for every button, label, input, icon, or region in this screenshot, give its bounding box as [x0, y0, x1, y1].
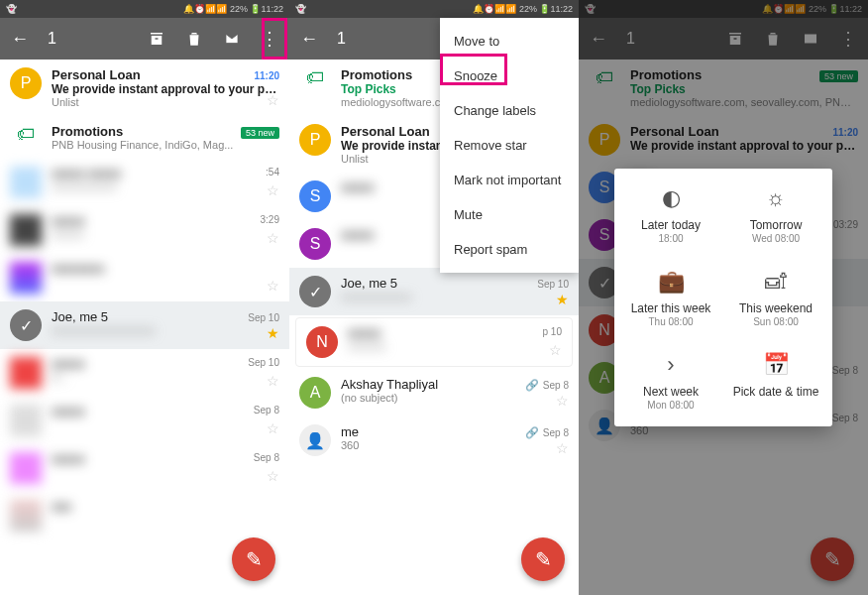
star-icon[interactable]: ★	[267, 325, 279, 341]
pencil-icon: ✎	[246, 547, 263, 571]
star-icon[interactable]: ☆	[267, 182, 279, 198]
next-icon: ›	[618, 351, 723, 379]
snooze-dialog: ◐ Later today 18:00 ☼ Tomorrow Wed 08:00…	[614, 169, 832, 426]
email-row-blurred[interactable]: xxxxx Sep 8 ☆	[0, 397, 289, 444]
back-icon[interactable]: ←	[299, 29, 319, 49]
attachment-icon: 🔗	[525, 426, 539, 438]
star-icon[interactable]: ☆	[267, 278, 279, 294]
email-row-blurred[interactable]: xxxxx xxxxxxxxxxxxxxxxx :54 ☆	[0, 159, 289, 206]
email-list[interactable]: P Personal Loan11:20 We provide instant …	[0, 60, 289, 539]
mark-read-icon[interactable]	[222, 29, 242, 49]
promotions-tag-icon: 🏷	[10, 124, 42, 151]
time: 11:20	[254, 70, 279, 81]
selection-count: 1	[337, 30, 346, 48]
label: Promotions	[52, 124, 123, 139]
email-row-blurred[interactable]: xxx	[0, 492, 289, 539]
star-icon[interactable]: ☆	[267, 373, 279, 389]
screen-1: 👻 🔔⏰📶📶 22% 🔋11:22 ← 1 ⋮ P Personal Loan1…	[0, 0, 289, 595]
email-row-blurred[interactable]: N xxxxxxxxxxxx p 10 ☆	[295, 317, 573, 367]
menu-move-to[interactable]: Move to	[440, 24, 579, 59]
email-row-akshay[interactable]: A Akshay Thapliyal🔗Sep 8 (no subject) ☆	[289, 369, 579, 416]
menu-mute[interactable]: Mute	[440, 197, 579, 232]
email-row-selected[interactable]: ✓ Joe, me 5Sep 10 xxxxxxxxxxxxxxxxxxx ★	[0, 301, 289, 349]
time: 3:29	[261, 214, 279, 225]
snooze-tomorrow[interactable]: ☼ Tomorrow Wed 08:00	[723, 184, 828, 244]
menu-snooze[interactable]: Snooze	[440, 59, 579, 93]
email-row-blurred[interactable]: xxxxx Sep 8 ☆	[0, 444, 289, 492]
snooze-later-today[interactable]: ◐ Later today 18:00	[618, 184, 723, 244]
status-bar: 👻 🔔⏰📶📶 22% 🔋11:22	[289, 0, 579, 18]
promotions-tag-icon: 🏷	[299, 67, 331, 108]
time: Sep 8	[254, 405, 279, 416]
selection-toolbar: ← 1 ⋮	[0, 18, 289, 60]
selected-check-icon: ✓	[10, 309, 42, 341]
selected-check-icon: ✓	[299, 276, 331, 307]
email-row-blurred[interactable]: xxxxxxxxxxx 3:29 ☆	[0, 206, 289, 254]
email-row-promotions[interactable]: 🏷 Promotions53 new PNB Housing Finance, …	[0, 116, 289, 159]
couch-icon: 🛋	[723, 268, 828, 296]
badge: 53 new	[241, 127, 279, 139]
snooze-this-weekend[interactable]: 🛋 This weekend Sun 08:00	[723, 268, 828, 327]
sun-icon: ☼	[723, 184, 828, 212]
star-icon[interactable]: ☆	[267, 420, 279, 436]
menu-remove-star[interactable]: Remove star	[440, 128, 579, 163]
status-icons: 🔔⏰📶📶 22% 🔋11:22	[183, 4, 283, 14]
star-icon[interactable]: ☆	[267, 92, 279, 108]
screen-2: 👻 🔔⏰📶📶 22% 🔋11:22 ← 1 🏷 Promotions Top P…	[289, 0, 579, 595]
snooze-pick-date[interactable]: 📅 Pick date & time	[723, 351, 828, 411]
compose-fab[interactable]: ✎	[521, 537, 565, 581]
email-row-me[interactable]: 👤 me🔗Sep 8 360 ☆	[289, 416, 579, 464]
status-bar: 👻 🔔⏰📶📶 22% 🔋11:22	[0, 0, 289, 18]
screen-3: 👻 🔔⏰📶📶 22% 🔋11:22 ← 1 ⋮ 🏷 Promotions53 n…	[579, 0, 868, 595]
half-sun-icon: ◐	[618, 184, 723, 212]
attachment-icon: 🔗	[525, 379, 539, 391]
sender: Personal Loan	[52, 67, 141, 82]
email-row-blurred[interactable]: xxxxxxxx ☆	[0, 254, 289, 301]
snooze-later-this-week[interactable]: 💼 Later this week Thu 08:00	[618, 268, 723, 327]
back-icon[interactable]: ←	[10, 29, 30, 49]
menu-report-spam[interactable]: Report spam	[440, 232, 579, 267]
time: Sep 8	[254, 452, 279, 463]
compose-fab[interactable]: ✎	[232, 537, 275, 581]
menu-change-labels[interactable]: Change labels	[440, 93, 579, 128]
email-row-personal-loan[interactable]: P Personal Loan11:20 We provide instant …	[0, 60, 289, 116]
archive-icon[interactable]	[147, 29, 166, 49]
time: Sep 10	[248, 312, 279, 323]
preview: Unlist	[52, 96, 279, 108]
notif-icon: 👻	[6, 4, 17, 14]
selection-count: 1	[48, 30, 56, 48]
preview: PNB Housing Finance, IndiGo, Mag...	[52, 139, 279, 151]
star-icon[interactable]: ☆	[267, 230, 279, 246]
menu-mark-not-important[interactable]: Mark not important	[440, 163, 579, 197]
snooze-next-week[interactable]: › Next week Mon 08:00	[618, 351, 723, 411]
calendar-icon: 📅	[723, 351, 828, 379]
time: :54	[266, 167, 279, 178]
sender: Joe, me 5	[52, 309, 108, 324]
avatar: P	[10, 67, 42, 99]
subject: We provide instant approval to your pers…	[52, 82, 279, 96]
star-icon[interactable]: ☆	[267, 468, 279, 484]
time: Sep 10	[248, 357, 279, 368]
email-row-selected[interactable]: ✓ Joe, me 5Sep 10 xxxxxxxxxxxxx ★	[289, 268, 579, 315]
more-icon[interactable]: ⋮	[260, 29, 279, 49]
email-row-blurred[interactable]: xxxxxkr... Sep 10 ☆	[0, 349, 289, 397]
overflow-menu: Move to Snooze Change labels Remove star…	[440, 18, 579, 273]
delete-icon[interactable]	[184, 29, 204, 49]
briefcase-icon: 💼	[618, 268, 723, 296]
